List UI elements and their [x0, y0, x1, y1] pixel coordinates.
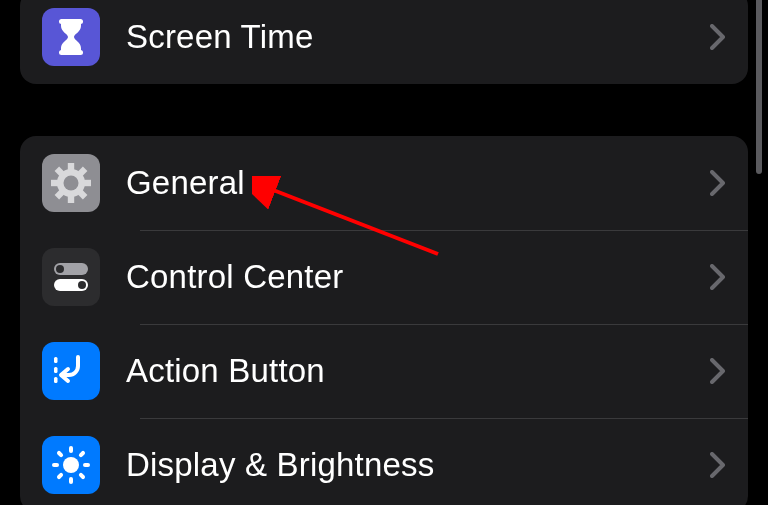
svg-rect-0 — [59, 19, 83, 24]
row-display-brightness[interactable]: Display & Brightness — [20, 418, 748, 505]
svg-rect-22 — [83, 463, 90, 467]
settings-group-2: General Control Center — [20, 136, 748, 505]
action-icon — [42, 342, 100, 400]
row-label: General — [126, 164, 698, 202]
svg-point-13 — [56, 265, 64, 273]
row-action-button[interactable]: Action Button — [20, 324, 748, 418]
hourglass-icon — [42, 8, 100, 66]
row-label: Action Button — [126, 352, 698, 390]
toggles-icon — [42, 248, 100, 306]
svg-rect-18 — [54, 377, 58, 383]
brightness-icon — [42, 436, 100, 494]
chevron-right-icon — [710, 452, 726, 478]
row-control-center[interactable]: Control Center — [20, 230, 748, 324]
svg-point-11 — [64, 176, 79, 191]
chevron-right-icon — [710, 264, 726, 290]
svg-rect-17 — [54, 367, 58, 373]
svg-rect-27 — [56, 450, 64, 458]
svg-rect-24 — [69, 477, 73, 484]
gear-icon — [42, 154, 100, 212]
svg-rect-1 — [59, 50, 83, 55]
row-label: Screen Time — [126, 18, 698, 56]
chevron-right-icon — [710, 170, 726, 196]
row-label: Control Center — [126, 258, 698, 296]
svg-rect-16 — [54, 357, 58, 363]
svg-rect-26 — [52, 463, 59, 467]
row-screen-time[interactable]: Screen Time — [20, 0, 748, 84]
chevron-right-icon — [710, 358, 726, 384]
settings-group-1: Screen Time — [20, 0, 748, 84]
row-general[interactable]: General — [20, 136, 748, 230]
svg-rect-23 — [78, 472, 86, 480]
row-label: Display & Brightness — [126, 446, 698, 484]
chevron-right-icon — [710, 24, 726, 50]
svg-rect-21 — [78, 450, 86, 458]
scroll-indicator[interactable] — [756, 0, 762, 174]
settings-screen: Screen Time — [0, 0, 768, 495]
svg-point-19 — [63, 457, 79, 473]
svg-point-15 — [78, 281, 86, 289]
svg-rect-25 — [56, 472, 64, 480]
svg-rect-20 — [69, 446, 73, 453]
